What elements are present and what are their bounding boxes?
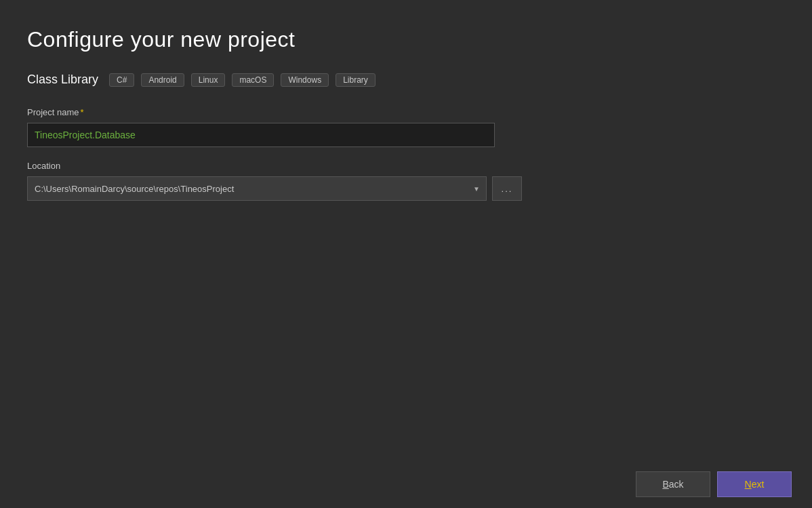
bottom-bar: BBackack Next xyxy=(0,461,812,508)
next-button-label: N xyxy=(745,479,752,490)
tag-macos: macOS xyxy=(232,73,274,87)
project-type-row: Class Library C# Android Linux macOS Win… xyxy=(27,73,785,87)
back-button[interactable]: BBackack xyxy=(636,471,710,497)
location-select-wrapper: C:\Users\RomainDarcy\source\repos\Tineos… xyxy=(27,176,487,201)
location-section: Location C:\Users\RomainDarcy\source\rep… xyxy=(27,161,785,201)
project-name-label: Project name* xyxy=(27,107,785,117)
tag-library: Library xyxy=(336,73,375,87)
browse-button[interactable]: ... xyxy=(492,176,522,201)
project-name-section: Project name* xyxy=(27,107,785,147)
tag-linux: Linux xyxy=(191,73,226,87)
project-type-name: Class Library xyxy=(27,73,98,87)
next-button[interactable]: Next xyxy=(717,471,792,497)
location-select[interactable]: C:\Users\RomainDarcy\source\repos\Tineos… xyxy=(27,176,487,201)
tag-windows: Windows xyxy=(281,73,329,87)
project-name-input[interactable] xyxy=(27,123,495,147)
tag-csharp: C# xyxy=(109,73,134,87)
page-title: Configure your new project xyxy=(27,27,785,52)
back-button-label: B xyxy=(662,479,668,490)
location-label: Location xyxy=(27,161,785,171)
location-row: C:\Users\RomainDarcy\source\repos\Tineos… xyxy=(27,176,785,201)
tag-android: Android xyxy=(141,73,184,87)
